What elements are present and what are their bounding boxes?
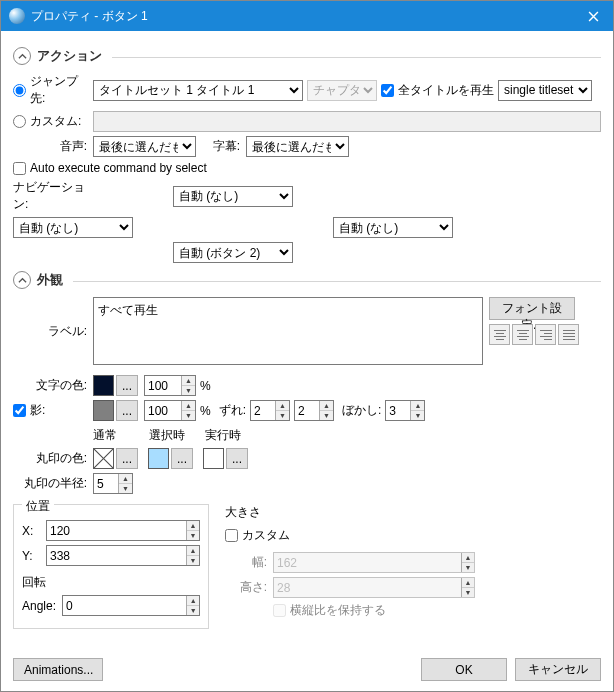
size-group: 大きさ カスタム 幅: ▲▼ 高さ: ▲▼ 横 [225, 500, 475, 629]
spinner-down[interactable]: ▼ [187, 606, 199, 615]
window-title: プロパティ - ボタン 1 [31, 8, 573, 25]
play-all-titles-label: 全タイトルを再生 [398, 82, 494, 99]
text-color-opacity-input[interactable] [145, 376, 181, 395]
nav-left-select[interactable]: 自動 (なし) [13, 217, 133, 238]
size-height-label: 高さ: [225, 579, 273, 596]
chevron-up-icon [13, 271, 31, 289]
keep-aspect-checkbox [273, 604, 286, 617]
spinner-down[interactable]: ▼ [187, 556, 199, 565]
shadow-color-picker-button[interactable]: ... [116, 400, 138, 421]
size-width-label: 幅: [225, 554, 273, 571]
shadow-label: 影: [30, 402, 45, 419]
play-all-titles-checkbox[interactable] [381, 84, 394, 97]
nav-bottom-select[interactable]: 自動 (ボタン 2) [173, 242, 293, 263]
spinner-down: ▼ [462, 588, 474, 597]
ring-color-run-swatch[interactable] [203, 448, 224, 469]
spinner-up: ▲ [462, 553, 474, 563]
divider [73, 281, 601, 282]
shadow-checkbox[interactable] [13, 404, 26, 417]
spinner-down[interactable]: ▼ [276, 411, 289, 420]
custom-command-input [93, 111, 601, 132]
font-settings-button[interactable]: フォント設定... [489, 297, 575, 320]
spinner-down[interactable]: ▼ [411, 411, 424, 420]
ring-color-selected-picker[interactable]: ... [171, 448, 193, 469]
spinner-up[interactable]: ▲ [187, 521, 199, 531]
nav-right-select[interactable]: 自動 (なし) [333, 217, 453, 238]
section-appearance-title: 外観 [37, 271, 63, 289]
cancel-button[interactable]: キャンセル [515, 658, 601, 681]
subtitle-select[interactable]: 最後に選んだもの [246, 136, 349, 157]
rotation-label: 回転 [22, 574, 200, 591]
pos-y-label: Y: [22, 549, 46, 563]
ring-radius-input[interactable] [94, 474, 118, 493]
align-justify-button[interactable] [558, 324, 579, 345]
close-button[interactable] [573, 1, 613, 31]
keep-aspect-label: 横縦比を保持する [290, 602, 386, 619]
spinner-down[interactable]: ▼ [320, 411, 333, 420]
spinner-up[interactable]: ▲ [320, 401, 333, 411]
spinner-down[interactable]: ▼ [119, 484, 132, 493]
section-action-header[interactable]: アクション [13, 47, 601, 65]
custom-radio[interactable] [13, 115, 26, 128]
shadow-blur-input[interactable] [386, 401, 410, 420]
nav-top-select[interactable]: 自動 (なし) [173, 186, 293, 207]
divider [112, 57, 601, 58]
app-icon [9, 8, 25, 24]
spinner-up[interactable]: ▲ [182, 401, 195, 411]
auto-execute-checkbox[interactable] [13, 162, 26, 175]
size-custom-label: カスタム [242, 527, 290, 544]
angle-input[interactable] [63, 596, 186, 615]
spinner-up[interactable]: ▲ [187, 596, 199, 606]
text-color-picker-button[interactable]: ... [116, 375, 138, 396]
spinner-up[interactable]: ▲ [411, 401, 424, 411]
ring-radius-label: 丸印の半径: [13, 475, 93, 492]
shadow-offset-y-input[interactable] [295, 401, 319, 420]
spinner-down[interactable]: ▼ [182, 386, 195, 395]
shadow-color-swatch[interactable] [93, 400, 114, 421]
label-textarea[interactable]: すべて再生 [93, 297, 483, 365]
ok-button[interactable]: OK [421, 658, 507, 681]
ring-color-normal-picker[interactable]: ... [116, 448, 138, 469]
spinner-down[interactable]: ▼ [182, 411, 195, 420]
jump-chapter-select: チャプター 1 [307, 80, 377, 101]
pos-y-input[interactable] [47, 546, 186, 565]
shadow-blur-label: ぼかし: [342, 402, 381, 419]
ring-color-selected-swatch[interactable] [148, 448, 169, 469]
size-custom-checkbox[interactable] [225, 529, 238, 542]
navigation-label: ナビゲーション: [13, 179, 93, 213]
spinner-down[interactable]: ▼ [187, 531, 199, 540]
pos-x-label: X: [22, 524, 46, 538]
shadow-opacity-input[interactable] [145, 401, 181, 420]
jump-radio[interactable] [13, 84, 26, 97]
audio-select[interactable]: 最後に選んだもの [93, 136, 196, 157]
text-color-label: 文字の色: [13, 377, 93, 394]
position-group: 位置 X: ▲▼ Y: ▲▼ 回転 [13, 504, 209, 629]
ring-color-normal-swatch[interactable] [93, 448, 114, 469]
subtitle-label: 字幕: [196, 138, 246, 155]
spinner-up[interactable]: ▲ [119, 474, 132, 484]
pos-x-input[interactable] [47, 521, 186, 540]
spinner-up[interactable]: ▲ [182, 376, 195, 386]
animations-button[interactable]: Animations... [13, 658, 103, 681]
jump-title-select[interactable]: タイトルセット 1 タイトル 1 [93, 80, 303, 101]
label-field-label: ラベル: [13, 297, 93, 340]
section-appearance-header[interactable]: 外観 [13, 271, 601, 289]
jump-radio-label: ジャンプ先: [30, 73, 87, 107]
chevron-up-icon [13, 47, 31, 65]
shadow-offset-x-input[interactable] [251, 401, 275, 420]
percent-label: % [200, 404, 211, 418]
ring-color-run-picker[interactable]: ... [226, 448, 248, 469]
percent-label: % [200, 379, 211, 393]
ring-color-label: 丸印の色: [13, 450, 93, 467]
state-normal-header: 通常 [93, 427, 149, 444]
align-left-button[interactable] [489, 324, 510, 345]
spinner-down: ▼ [462, 563, 474, 572]
titleset-select[interactable]: single titleset [498, 80, 592, 101]
align-right-button[interactable] [535, 324, 556, 345]
text-color-swatch[interactable] [93, 375, 114, 396]
spinner-up[interactable]: ▲ [276, 401, 289, 411]
position-group-label: 位置 [22, 498, 54, 515]
angle-label: Angle: [22, 599, 62, 613]
spinner-up[interactable]: ▲ [187, 546, 199, 556]
align-center-button[interactable] [512, 324, 533, 345]
